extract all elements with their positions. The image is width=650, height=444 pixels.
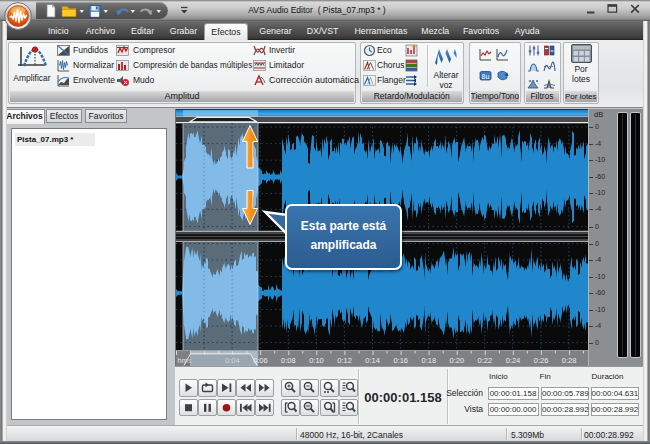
svg-text:0:08: 0:08 [281, 356, 296, 365]
svg-text:0:28: 0:28 [562, 356, 577, 365]
svg-text:0:26: 0:26 [534, 356, 549, 365]
svg-text:0:12: 0:12 [337, 356, 352, 365]
svg-text:8u: 8u [481, 72, 489, 79]
svg-text:0:10: 0:10 [309, 356, 324, 365]
svg-text:0:24: 0:24 [506, 356, 521, 365]
svg-text:0:16: 0:16 [393, 356, 408, 365]
svg-text:0:18: 0:18 [421, 356, 436, 365]
svg-text:0:22: 0:22 [478, 356, 493, 365]
svg-text:0:20: 0:20 [450, 356, 465, 365]
svg-text:0:14: 0:14 [365, 356, 380, 365]
